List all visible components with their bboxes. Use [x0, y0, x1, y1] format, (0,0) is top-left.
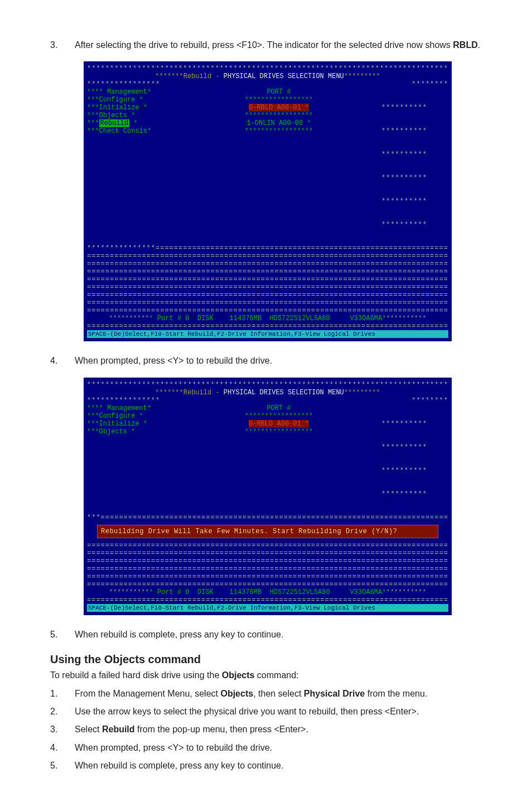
step-text: When rebuild is complete, press any key …	[75, 760, 482, 772]
objects-step-3: 3. Select Rebuild from the pop-up menu, …	[50, 723, 482, 736]
s1-objects-bold: Objects	[220, 689, 253, 698]
step-number: 1.	[50, 688, 75, 700]
bios2-menu-objects: ***Objects *	[87, 428, 176, 436]
bios1-title-post: *********	[344, 73, 380, 80]
bios2-help-bar: SPACE-(De)Select,F10-Start Rebuild,F2-Dr…	[87, 604, 448, 612]
intro-text-a: To rebuild a failed hard disk drive usin…	[50, 670, 222, 680]
bios1-menu: **** Management* ***Configure * ***Initi…	[87, 88, 176, 244]
bios1-menu-configure: ***Configure *	[87, 96, 176, 104]
bios-screenshot-2: ****************************************…	[84, 378, 452, 615]
step-number: 4.	[50, 355, 75, 367]
bios2-title-pre: *******Rebuild -	[155, 389, 223, 397]
step-number: 4.	[50, 742, 75, 754]
bios2-menu-initialize: ***Initialize *	[87, 420, 176, 428]
step-number: 3.	[50, 39, 75, 51]
step-text: When prompted, press <Y> to to rebuild t…	[75, 742, 482, 754]
bios1-help-bar: SPACE-(De)Select,F10-Start Rebuild,F2-Dr…	[87, 330, 448, 338]
step-number: 2.	[50, 706, 75, 718]
bios2-menu-management: **** Management*	[87, 404, 176, 412]
intro-objects-bold: Objects	[222, 670, 255, 680]
objects-step-5: 5. When rebuild is complete, press any k…	[50, 760, 482, 772]
step-number: 3.	[50, 723, 75, 736]
bios2-menu-configure: ***Configure *	[87, 412, 176, 420]
bios1-menu-objects: ***Objects *	[87, 112, 176, 119]
bios2-footer-drive-info: * Port # 0 DISK 114376MB HDS722512VLSA80…	[149, 588, 386, 596]
step-3: 3. After selecting the drive to rebuild,…	[50, 39, 482, 51]
bios2-port-header: PORT #	[176, 404, 381, 412]
bios2-port-panel: PORT # ***************** 0-RBLD A00-01 *…	[176, 404, 381, 514]
rbld-label: RBLD	[453, 40, 477, 50]
bios1-title-main: PHYSICAL DRIVES SELECTION MENU	[224, 73, 344, 80]
bios1-port-header: PORT #	[176, 88, 381, 96]
step-text: When rebuild is complete, press any key …	[75, 629, 482, 641]
bios2-title-main: PHYSICAL DRIVES SELECTION MENU	[224, 389, 344, 397]
page-content: 3. After selecting the drive to rebuild,…	[0, 0, 532, 802]
section-heading: Using the Objects command	[50, 653, 482, 666]
bios1-port-panel: PORT # ***************** 0-RBLD A00-01 *…	[176, 88, 381, 244]
bios1-drive-0-rbld: 0-RBLD A00-01 *	[249, 104, 309, 112]
s1-c: , then select	[253, 689, 304, 698]
section-intro: To rebuild a failed hard disk drive usin…	[50, 669, 482, 682]
step-3-text-b: .	[478, 40, 480, 50]
bios1-menu-rebuild-selected: Rebuild	[99, 119, 129, 127]
bios1-menu-check-consis: ***Check Consis*	[87, 127, 176, 135]
step-text: From the Management Menu, select Objects…	[75, 688, 482, 700]
step-text: When prompted, press <Y> to to rebuild t…	[75, 355, 482, 367]
objects-step-2: 2. Use the arrow keys to select the phys…	[50, 706, 482, 718]
step-number: 5.	[50, 760, 75, 772]
s1-physical-drive-bold: Physical Drive	[304, 689, 365, 698]
bios1-menu-initialize: ***Initialize *	[87, 104, 176, 112]
step-number: 5.	[50, 629, 75, 641]
bios2-rebuild-prompt: Rebuilding Drive Will Take Few Minutes. …	[97, 525, 438, 538]
objects-step-1: 1. From the Management Menu, select Obje…	[50, 688, 482, 700]
bios2-title-post: *********	[344, 389, 380, 397]
s1-a: From the Management Menu, select	[75, 689, 220, 698]
bios2-drive-0-rbld: 0-RBLD A00-01 *	[249, 420, 309, 428]
step-4: 4. When prompted, press <Y> to to rebuil…	[50, 355, 482, 367]
bios2-menu: **** Management* ***Configure * ***Initi…	[87, 404, 176, 514]
bios1-drive-1-onlin: 1-ONLIN A00-00 *	[176, 119, 381, 127]
intro-text-b: command:	[254, 670, 298, 680]
bios1-menu-management: **** Management*	[87, 88, 176, 96]
s1-d: from the menu.	[365, 689, 427, 698]
objects-step-4: 4. When prompted, press <Y> to to rebuil…	[50, 742, 482, 754]
step-5: 5. When rebuild is complete, press any k…	[50, 629, 482, 641]
step-text: After selecting the drive to rebuild, pr…	[75, 39, 482, 51]
step-text: Use the arrow keys to select the physica…	[75, 706, 482, 718]
step-text: Select Rebuild from the pop-up menu, the…	[75, 723, 482, 736]
step-3-text-a: After selecting the drive to rebuild, pr…	[75, 40, 453, 50]
bios1-footer-drive-info: * Port # 0 DISK 114376MB HDS722512VLSA80…	[149, 315, 386, 322]
s3-c: from the pop-up menu, then press <Enter>…	[135, 724, 308, 734]
bios1-title-pre: *******Rebuild -	[155, 73, 223, 80]
bios-screenshot-1: ****************************************…	[84, 61, 452, 341]
s3-rebuild-bold: Rebuild	[102, 724, 135, 734]
s3-a: Select	[75, 724, 102, 734]
